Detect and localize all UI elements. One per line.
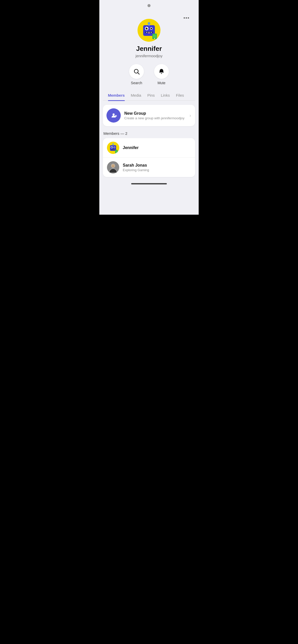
svg-rect-34: [116, 151, 117, 152]
new-group-subtitle: Create a new group with jennifermoodjoy: [124, 116, 189, 120]
search-label: Search: [131, 81, 142, 85]
svg-rect-13: [153, 35, 156, 38]
svg-point-18: [113, 113, 115, 115]
profile-username: jennifermoodjoy: [136, 54, 162, 58]
svg-rect-29: [113, 149, 114, 150]
new-group-card[interactable]: New Group Create a new group with jennif…: [103, 105, 195, 126]
member-avatar-jennifer: [107, 142, 119, 154]
search-icon: [133, 68, 140, 75]
bell-icon: [158, 68, 165, 75]
search-button[interactable]: Search: [129, 64, 144, 85]
sarah-info: Sarah Jonas Exploring Gaming: [123, 163, 191, 172]
svg-point-26: [114, 147, 115, 148]
jennifer-name: Jennifer: [123, 145, 191, 150]
members-header: Members — 2: [103, 131, 195, 136]
profile-name: Jennifer: [136, 45, 162, 53]
mute-icon-circle: [154, 64, 169, 79]
mute-label: Mute: [157, 81, 165, 85]
svg-point-4: [151, 28, 152, 29]
svg-rect-7: [146, 32, 147, 33]
status-indicator: [147, 4, 151, 7]
members-list: Jennifer: [103, 138, 195, 177]
svg-point-5: [147, 27, 148, 28]
home-indicator: [99, 181, 199, 186]
new-group-icon: [106, 108, 121, 123]
svg-rect-32: [113, 144, 113, 145]
more-options-button[interactable]: [183, 16, 190, 20]
member-avatar-sarah: [107, 161, 119, 173]
profile-card: Jennifer jennifermoodjoy Search: [103, 11, 195, 101]
svg-point-14: [154, 38, 155, 39]
status-bar: [99, 0, 199, 11]
plus-icon: [110, 112, 117, 119]
svg-rect-9: [151, 32, 152, 33]
phone-frame: Jennifer jennifermoodjoy Search: [99, 0, 199, 215]
jennifer-avatar-image: [107, 142, 119, 154]
tab-pins[interactable]: Pins: [147, 90, 155, 100]
tabs-container: Members Media Pins Links Files: [103, 90, 195, 101]
svg-rect-8: [148, 32, 150, 33]
svg-rect-30: [114, 149, 115, 150]
sarah-status: Exploring Gaming: [123, 168, 191, 172]
new-group-title: New Group: [124, 111, 189, 116]
member-item[interactable]: Jennifer: [103, 138, 195, 158]
avatar-image: [138, 19, 160, 42]
search-icon-circle: [129, 64, 144, 79]
member-item[interactable]: Sarah Jonas Exploring Gaming: [103, 158, 195, 177]
profile-section: Jennifer jennifermoodjoy Search: [108, 16, 190, 101]
mute-button[interactable]: Mute: [154, 64, 169, 85]
content-area: New Group Create a new group with jennif…: [99, 101, 199, 181]
svg-line-16: [138, 73, 139, 74]
svg-point-24: [111, 147, 112, 148]
sarah-name: Sarah Jonas: [123, 163, 191, 168]
tab-members[interactable]: Members: [108, 90, 125, 100]
svg-point-35: [116, 152, 117, 153]
tab-links[interactable]: Links: [161, 90, 170, 100]
jennifer-info: Jennifer: [123, 145, 191, 150]
action-buttons: Search Mute: [129, 64, 169, 85]
svg-rect-11: [148, 23, 150, 26]
chevron-right-icon: ›: [189, 113, 195, 118]
home-bar: [131, 183, 167, 184]
sarah-avatar-image: [107, 161, 119, 173]
tab-media[interactable]: Media: [131, 90, 141, 100]
svg-rect-28: [112, 149, 112, 150]
avatar: [138, 19, 160, 42]
tab-files[interactable]: Files: [176, 90, 184, 100]
new-group-text: New Group Create a new group with jennif…: [124, 111, 189, 120]
